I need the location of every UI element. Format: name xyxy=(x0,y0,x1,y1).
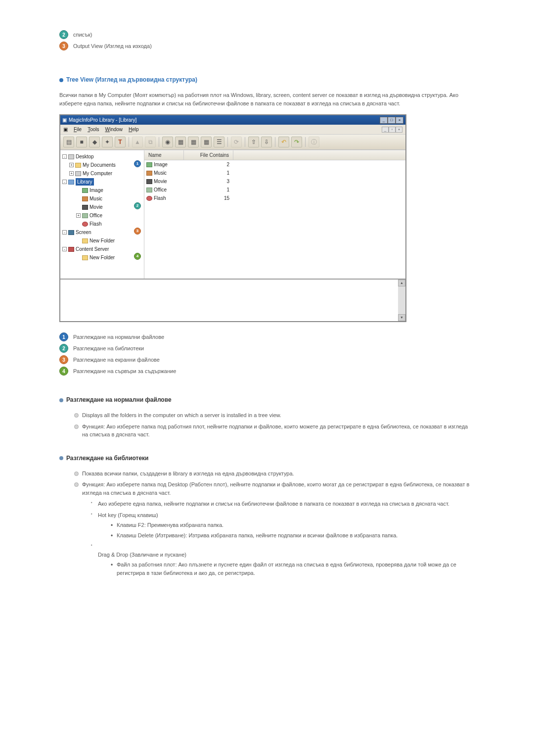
tree-node-office[interactable]: +Office xyxy=(61,211,143,220)
toolbar-separator xyxy=(305,137,306,147)
toolbar-btn-list[interactable]: ☰ xyxy=(214,137,224,147)
toolbar-btn-c[interactable]: ▦ xyxy=(201,137,212,147)
callout-text: Output View (Изглед на изхода) xyxy=(73,41,152,50)
callout-row: 3Разглеждане на екранни файлове xyxy=(59,355,475,364)
col-name-header[interactable]: Name xyxy=(144,150,184,160)
row-name: Movie xyxy=(154,178,167,185)
row-contains: 15 xyxy=(184,194,233,202)
list-item: Ако изберете една папка, нейните подпапк… xyxy=(91,500,475,508)
bullet-list: Displays all the folders in the computer… xyxy=(59,411,475,439)
scroll-up-icon[interactable]: ▲ xyxy=(398,280,405,286)
callout-row: 2 списък) xyxy=(59,30,475,39)
row-contains: 1 xyxy=(184,186,233,193)
tree-node-desktop[interactable]: -Desktop xyxy=(61,152,143,161)
callout-text: Разглеждане на екранни файлове xyxy=(73,355,160,364)
menu-window[interactable]: Window xyxy=(105,126,123,133)
list-item: Drag & Drop (Завличане и пускане) Файл з… xyxy=(91,542,475,577)
toolbar-btn-redo[interactable]: ↷ xyxy=(291,137,302,147)
row-icon xyxy=(146,179,152,184)
list-row[interactable]: Image2 xyxy=(144,160,405,169)
tree-node-library[interactable]: -Library xyxy=(61,178,143,186)
callout-text: списък) xyxy=(73,30,92,39)
toolbar-btn-b[interactable]: ▦ xyxy=(188,137,199,147)
menu-tools[interactable]: Tools xyxy=(88,126,99,133)
child-minimize-button[interactable]: _ xyxy=(382,127,389,133)
toolbar-btn-view[interactable]: ◉ xyxy=(162,137,173,147)
callout-marker-1: 1 xyxy=(134,160,141,167)
callout-badge: 4 xyxy=(59,367,68,376)
list-row[interactable]: Office1 xyxy=(144,186,405,194)
toolbar-btn-d[interactable]: ⇧ xyxy=(248,137,259,147)
toolbar-btn-3[interactable]: ◆ xyxy=(89,137,100,147)
list-row[interactable]: Music1 xyxy=(144,169,405,177)
tree-node-movie[interactable]: Movie2 xyxy=(61,203,143,211)
subsection-title-normal: Разглеждане на нормални файлове xyxy=(59,395,475,404)
app-icon: ▣ xyxy=(62,116,67,124)
col-contains-header[interactable]: File Contains xyxy=(184,150,233,160)
close-button[interactable]: × xyxy=(396,117,403,124)
toolbar-separator xyxy=(227,137,228,147)
list-item: Клавиш F2: Преименува избраната папка. xyxy=(111,521,475,529)
minimize-button[interactable]: _ xyxy=(380,117,388,124)
row-contains: 3 xyxy=(184,178,233,185)
list-item: Функция: Ако изберете папка под работния… xyxy=(74,423,475,439)
list-row[interactable]: Movie3 xyxy=(144,177,405,186)
toolbar-btn-text[interactable]: T xyxy=(115,137,126,147)
tree-node-mycomp[interactable]: +My Computer xyxy=(61,169,143,178)
scroll-down-icon[interactable]: ▼ xyxy=(398,314,405,321)
window-title: MagicInfoPro Library - [Library] xyxy=(69,116,136,124)
window-titlebar: ▣ MagicInfoPro Library - [Library] _ □ × xyxy=(60,115,405,125)
toolbar-btn-help[interactable]: ⓘ xyxy=(309,137,319,147)
tree-node-newfolder[interactable]: New Folder xyxy=(61,236,143,245)
tree-node-mydocs[interactable]: +My Documents1 xyxy=(61,161,143,169)
row-icon xyxy=(146,196,152,201)
toolbar-btn-copy[interactable]: ⧉ xyxy=(145,137,156,147)
toolbar-btn-2[interactable]: ■ xyxy=(76,137,87,147)
row-icon xyxy=(146,188,152,192)
bullet-sub-list: Файл за работния плот: Ако плъзнете и пу… xyxy=(98,561,475,577)
callout-badge-2: 2 xyxy=(59,30,68,39)
callout-badge-3: 3 xyxy=(59,42,68,50)
list-item: Hot key (Горещ клавиш) Клавиш F2: Преиме… xyxy=(91,511,475,540)
callout-marker-4: 4 xyxy=(134,253,141,260)
list-item: Displays all the folders in the computer… xyxy=(74,411,475,420)
legend-callout-list: 1Разглеждане на нормални файлове2Разглеж… xyxy=(59,332,475,376)
sub-list: Ако изберете една папка, нейните подпапк… xyxy=(82,500,475,577)
section-title-tree-view: Tree View (Изглед на дървовидна структур… xyxy=(59,75,475,84)
toolbar-btn-4[interactable]: ✦ xyxy=(102,137,113,147)
list-item: Файл за работния плот: Ако плъзнете и пу… xyxy=(111,561,475,577)
callout-badge: 3 xyxy=(59,355,68,364)
bullet-list: Показва всички папки, създадени в librar… xyxy=(59,470,475,577)
callout-text: Разглеждане на библиотеки xyxy=(73,343,144,353)
toolbar-separator xyxy=(245,137,245,147)
callout-marker-3: 3 xyxy=(134,228,141,235)
row-icon xyxy=(146,171,152,176)
menu-help[interactable]: Help xyxy=(129,126,139,133)
scrollbar[interactable]: ▲ ▼ xyxy=(398,280,405,321)
callout-badge: 2 xyxy=(59,344,68,353)
tree-panel: -Desktop +My Documents1 +My Computer -Li… xyxy=(60,150,144,279)
tree-node-newfolder2[interactable]: New Folder4 xyxy=(61,253,143,262)
maximize-button[interactable]: □ xyxy=(388,117,396,124)
toolbar-btn-1[interactable]: ▤ xyxy=(63,137,74,147)
toolbar-btn-up[interactable]: ▲ xyxy=(132,137,143,147)
body-paragraph: Всички папки в My Computer (Моят компютъ… xyxy=(59,91,475,107)
toolbar-btn-refresh[interactable]: ⟳ xyxy=(231,137,242,147)
child-close-button[interactable]: × xyxy=(396,127,402,133)
bullet-sub-list: Клавиш F2: Преименува избраната папка. К… xyxy=(98,521,475,539)
callout-row: 3 Output View (Изглед на изхода) xyxy=(59,41,475,50)
toolbar-btn-a[interactable]: ▦ xyxy=(175,137,186,147)
tree-node-image[interactable]: Image xyxy=(61,186,143,194)
toolbar-btn-undo[interactable]: ↶ xyxy=(278,137,289,147)
menu-file[interactable]: FFileile xyxy=(74,126,82,133)
tree-node-screen[interactable]: -Screen3 xyxy=(61,228,143,236)
list-row[interactable]: Flash15 xyxy=(144,194,405,202)
callout-text: Разглеждане на сървъри за съдържание xyxy=(73,366,176,376)
child-restore-button[interactable]: ▫ xyxy=(389,127,396,133)
toolbar-btn-e[interactable]: ⇩ xyxy=(261,137,272,147)
tree-node-music[interactable]: Music xyxy=(61,194,143,203)
tree-node-flash[interactable]: Flash xyxy=(61,220,143,228)
tree-node-contentserver[interactable]: -Content Server xyxy=(61,245,143,253)
menubar: ▣ FFileile Tools Window Help _ ▫ × xyxy=(60,125,405,135)
list-item: Показва всички папки, създадени в librar… xyxy=(74,470,475,478)
